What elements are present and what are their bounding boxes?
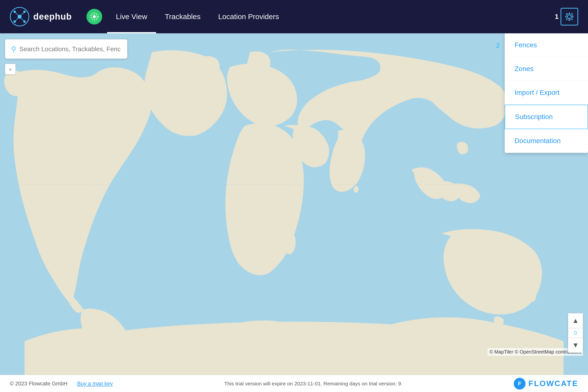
search-icon: ⚲ bbox=[11, 45, 16, 54]
footer-brand: F FLOWCATE bbox=[514, 378, 578, 390]
world-map bbox=[0, 33, 588, 375]
svg-line-9 bbox=[20, 17, 24, 22]
radio-wave-icon bbox=[90, 12, 99, 21]
search-input[interactable] bbox=[19, 45, 121, 53]
footer-trial-text: This trial version will expire on 2023-1… bbox=[113, 381, 514, 386]
svg-point-13 bbox=[568, 15, 571, 18]
svg-line-8 bbox=[15, 17, 20, 22]
zoom-level: 0 bbox=[568, 328, 583, 338]
svg-line-6 bbox=[15, 12, 20, 17]
dropdown-item-documentation[interactable]: Documentation bbox=[505, 129, 588, 153]
dropdown-item-zones[interactable]: Zones bbox=[505, 57, 588, 81]
dropdown-badge: 2 bbox=[496, 42, 500, 50]
dropdown-item-subscription[interactable]: Subscription bbox=[505, 104, 588, 129]
dropdown-item-fences[interactable]: Fences bbox=[505, 33, 588, 57]
live-view-icon bbox=[86, 9, 102, 24]
settings-dropdown-menu: Fences Zones Import / Export Subscriptio… bbox=[505, 33, 588, 153]
logo: deephub bbox=[10, 7, 72, 26]
zoom-out-button[interactable]: ▼ bbox=[568, 338, 583, 352]
svg-point-10 bbox=[93, 15, 96, 18]
footer-copyright: © 2023 Flowcate GmbH bbox=[10, 380, 68, 387]
logo-text: deephub bbox=[33, 12, 72, 22]
dropdown-item-import-export[interactable]: Import / Export bbox=[505, 81, 588, 104]
search-bar: ⚲ bbox=[5, 39, 128, 59]
map-container[interactable]: © MapTiler © OpenStreetMap contributors bbox=[0, 33, 588, 375]
nav-location-providers[interactable]: Location Providers bbox=[209, 0, 288, 33]
header-badge: 1 bbox=[555, 13, 558, 20]
header: deephub Live View Trackables Location Pr… bbox=[0, 0, 588, 33]
zoom-in-button[interactable]: ▲ bbox=[568, 313, 583, 328]
footer: © 2023 Flowcate GmbH Buy a map key This … bbox=[0, 375, 588, 392]
footer-brand-label: FLOWCATE bbox=[528, 379, 578, 388]
expand-sidebar-button[interactable]: » bbox=[5, 64, 16, 74]
svg-line-7 bbox=[20, 12, 24, 17]
settings-gear-button[interactable] bbox=[560, 8, 578, 26]
nav-live-view[interactable]: Live View bbox=[107, 0, 156, 33]
buy-map-key-link[interactable]: Buy a map key bbox=[77, 380, 113, 387]
deephub-logo-icon bbox=[10, 7, 30, 26]
main-nav: Live View Trackables Location Providers bbox=[86, 0, 288, 33]
nav-trackables[interactable]: Trackables bbox=[156, 0, 210, 33]
gear-icon bbox=[564, 11, 575, 22]
zoom-controls: ▲ 0 ▼ bbox=[568, 313, 583, 353]
flowcate-logo-icon: F bbox=[514, 378, 526, 390]
